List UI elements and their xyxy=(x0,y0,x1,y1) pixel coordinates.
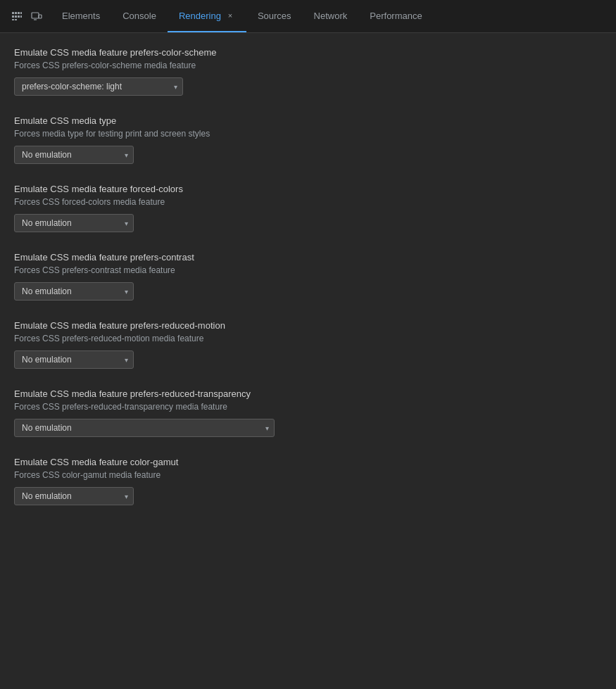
svg-rect-8 xyxy=(12,19,14,20)
setting-group-media-type: Emulate CSS media typeForces media type … xyxy=(14,115,602,164)
tab-sources[interactable]: Sources xyxy=(246,0,303,32)
setting-title-prefers-contrast: Emulate CSS media feature prefers-contra… xyxy=(14,252,602,263)
setting-description-prefers-reduced-motion: Forces CSS prefers-reduced-motion media … xyxy=(14,334,602,343)
select-forced-colors[interactable]: No emulationactivenone xyxy=(14,214,134,232)
setting-title-forced-colors: Emulate CSS media feature forced-colors xyxy=(14,184,602,194)
select-media-type[interactable]: No emulationprintscreen xyxy=(14,146,134,164)
svg-rect-2 xyxy=(18,12,20,14)
setting-group-forced-colors: Emulate CSS media feature forced-colorsF… xyxy=(14,184,602,232)
tab-bar: Elements Console Rendering × Sources Net… xyxy=(0,0,616,33)
setting-group-prefers-reduced-motion: Emulate CSS media feature prefers-reduce… xyxy=(14,320,602,369)
setting-title-color-gamut: Emulate CSS media feature color-gamut xyxy=(14,457,602,467)
select-color-gamut[interactable]: No emulationsrgbp3rec2020 xyxy=(14,487,134,505)
svg-rect-3 xyxy=(20,12,22,14)
select-prefers-reduced-motion[interactable]: No emulationreduce xyxy=(14,350,134,369)
setting-description-color-scheme: Forces CSS prefers-color-scheme media fe… xyxy=(14,61,602,70)
svg-rect-6 xyxy=(18,15,20,18)
setting-group-color-gamut: Emulate CSS media feature color-gamutFor… xyxy=(14,457,602,505)
svg-rect-0 xyxy=(12,12,14,14)
svg-rect-5 xyxy=(15,15,17,18)
svg-rect-4 xyxy=(12,15,14,18)
tab-console[interactable]: Console xyxy=(111,0,168,32)
setting-description-color-gamut: Forces CSS color-gamut media feature xyxy=(14,470,602,480)
setting-description-prefers-contrast: Forces CSS prefers-contrast media featur… xyxy=(14,265,602,275)
select-prefers-contrast[interactable]: No emulationmorelessforced xyxy=(14,282,134,301)
responsive-icon[interactable] xyxy=(28,8,45,25)
tab-rendering[interactable]: Rendering × xyxy=(168,0,246,32)
svg-rect-1 xyxy=(15,12,17,14)
setting-description-forced-colors: Forces CSS forced-colors media feature xyxy=(14,197,602,207)
rendering-content: Emulate CSS media feature prefers-color-… xyxy=(0,33,616,539)
svg-rect-9 xyxy=(15,19,17,20)
tab-network[interactable]: Network xyxy=(303,0,359,32)
setting-title-prefers-reduced-transparency: Emulate CSS media feature prefers-reduce… xyxy=(14,388,602,399)
select-color-scheme[interactable]: prefers-color-scheme: lightprefers-color… xyxy=(14,77,183,96)
svg-rect-10 xyxy=(32,13,39,18)
setting-title-media-type: Emulate CSS media type xyxy=(14,115,602,126)
setting-description-prefers-reduced-transparency: Forces CSS prefers-reduced-transparency … xyxy=(14,402,602,412)
tab-performance[interactable]: Performance xyxy=(358,0,433,32)
tab-elements[interactable]: Elements xyxy=(51,0,111,32)
devtools-icon[interactable] xyxy=(8,8,25,25)
setting-title-color-scheme: Emulate CSS media feature prefers-color-… xyxy=(14,47,602,58)
select-prefers-reduced-transparency[interactable]: No emulationreduce xyxy=(14,419,275,437)
close-icon[interactable]: × xyxy=(225,11,235,20)
setting-group-prefers-reduced-transparency: Emulate CSS media feature prefers-reduce… xyxy=(14,388,602,437)
setting-title-prefers-reduced-motion: Emulate CSS media feature prefers-reduce… xyxy=(14,320,602,331)
tab-list: Elements Console Rendering × Sources Net… xyxy=(51,0,434,32)
setting-group-color-scheme: Emulate CSS media feature prefers-color-… xyxy=(14,47,602,96)
setting-description-media-type: Forces media type for testing print and … xyxy=(14,129,602,139)
svg-rect-11 xyxy=(39,15,42,18)
svg-rect-7 xyxy=(20,15,22,18)
setting-group-prefers-contrast: Emulate CSS media feature prefers-contra… xyxy=(14,252,602,301)
